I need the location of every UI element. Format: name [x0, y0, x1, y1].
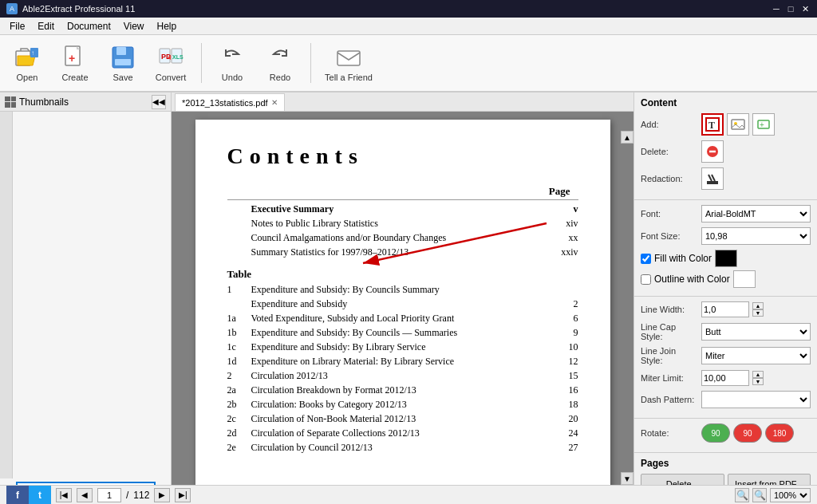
toc-page: 27	[547, 442, 578, 454]
convert-button[interactable]: PDFXLS Convert	[150, 39, 191, 87]
rotate-left-label: 90	[711, 429, 720, 438]
open-button[interactable]: ↑ Open	[6, 39, 48, 87]
outline-color-label: Outline with Color	[654, 274, 730, 285]
redaction-button[interactable]	[701, 167, 724, 190]
fill-color-label: Fill with Color	[654, 253, 712, 264]
title-bar: A Able2Extract Professional 11 ─ □ ✕	[0, 0, 817, 18]
toc-page: 12	[547, 356, 578, 368]
miter-limit-down[interactable]: ▼	[752, 378, 764, 385]
rotate-left-button[interactable]: 90	[701, 423, 730, 443]
tab-bar: *2012_13statistics.pdf ✕	[172, 93, 633, 112]
tell-a-friend-label: Tell a Friend	[325, 73, 373, 82]
toc-page: v	[547, 203, 578, 215]
zoom-out-button[interactable]: 🔍	[735, 488, 749, 502]
pages-section-title: Pages	[641, 458, 811, 469]
thumbnail-1[interactable]: 1	[3, 482, 168, 485]
svg-text:+: +	[760, 120, 764, 129]
font-size-select[interactable]: 10,98	[701, 227, 811, 245]
miter-limit-input[interactable]	[701, 370, 749, 386]
sidebar: Thumbnails ◀◀	[0, 93, 172, 485]
document-page: Contents Page Executive Summary v Notes …	[195, 120, 610, 485]
window-controls[interactable]: ─ □ ✕	[771, 3, 811, 14]
doc-tab-close-button[interactable]: ✕	[271, 98, 278, 107]
next-page-button[interactable]: ▶	[154, 488, 170, 502]
delete-page-button[interactable]: Delete...	[641, 474, 724, 485]
document-tab[interactable]: *2012_13statistics.pdf ✕	[175, 93, 285, 111]
toc-num: 2c	[227, 413, 251, 425]
toc-page: 2	[547, 298, 578, 310]
zoom-select[interactable]: 100% 50% 75% 125% 150% 200%	[770, 488, 811, 502]
toolbar: ↑ Open + Create Save PDFXLS Convert Undo…	[0, 35, 817, 93]
rotate-right-button[interactable]: 90	[733, 423, 762, 443]
toc-row-2d: 2d Circulation of Separate Collections 2…	[227, 427, 578, 439]
line-join-select[interactable]: Miter	[701, 347, 811, 364]
toc-desc: Circulation Breakdown by Format 2012/13	[251, 384, 547, 396]
rotate-right-label: 90	[743, 429, 752, 438]
svg-rect-17	[732, 120, 744, 129]
menu-view[interactable]: View	[117, 19, 151, 33]
scroll-up-button[interactable]: ▲	[621, 131, 633, 144]
prev-page-button[interactable]: ◀	[77, 488, 93, 502]
save-button[interactable]: Save	[102, 39, 144, 87]
close-button[interactable]: ✕	[799, 3, 811, 14]
toc-row-1c: 1c Expenditure and Subsidy: By Library S…	[227, 341, 578, 353]
pages-section: Pages Delete... Insert from PDF... ?	[634, 453, 817, 485]
rotate-180-button[interactable]: 180	[765, 423, 794, 443]
delete-button[interactable]	[701, 140, 724, 163]
toc-row-1b: 1b Expenditure and Subsidy: By Councils …	[227, 327, 578, 339]
outline-color-swatch[interactable]	[733, 270, 756, 288]
menu-document[interactable]: Document	[61, 19, 117, 33]
toc-page: 15	[547, 370, 578, 382]
toc-desc: Executive Summary	[251, 203, 547, 215]
toc-desc: Expenditure and Subsidy: By Councils Sum…	[251, 284, 547, 296]
twitter-button[interactable]: t	[29, 486, 51, 505]
fill-color-checkbox[interactable]	[641, 254, 651, 264]
social-bar: f t	[6, 486, 51, 505]
undo-button[interactable]: Undo	[211, 39, 253, 87]
create-button[interactable]: + Create	[54, 39, 96, 87]
tell-a-friend-button[interactable]: Tell a Friend	[321, 39, 377, 87]
redo-button[interactable]: Redo	[259, 39, 301, 87]
add-text-button[interactable]: T	[701, 113, 724, 136]
minimize-button[interactable]: ─	[771, 3, 782, 14]
toc-row-2a: 2a Circulation Breakdown by Format 2012/…	[227, 384, 578, 396]
fill-color-swatch[interactable]	[715, 250, 737, 267]
toc-header: Page	[227, 185, 578, 200]
rotate-180-label: 180	[773, 429, 787, 438]
add-image-button[interactable]	[727, 113, 749, 136]
font-select[interactable]: Arial-BoldMT	[701, 205, 811, 222]
toc-num: 1d	[227, 356, 251, 368]
zoom-in-button[interactable]: 🔍	[752, 488, 767, 502]
toc-page-header: Page	[549, 185, 570, 198]
toc-page: xxiv	[547, 246, 578, 258]
add-shape-button[interactable]: +	[752, 113, 775, 136]
line-cap-select[interactable]: Butt	[701, 323, 811, 341]
line-width-down[interactable]: ▼	[752, 309, 764, 317]
toc-desc: Expenditure on Library Material: By Libr…	[251, 356, 547, 368]
line-width-up[interactable]: ▲	[752, 302, 764, 309]
first-page-button[interactable]: |◀	[56, 488, 72, 502]
sidebar-collapse-button[interactable]: ◀◀	[152, 95, 166, 109]
menu-file[interactable]: File	[3, 19, 31, 33]
document-scroll-area[interactable]: ▲ ▼ Contents Page	[172, 112, 633, 485]
scroll-down-button[interactable]: ▼	[621, 472, 633, 485]
miter-limit-up[interactable]: ▲	[752, 371, 764, 378]
menu-help[interactable]: Help	[151, 19, 184, 33]
toc-num: 2a	[227, 384, 251, 396]
page-number-input[interactable]	[97, 488, 121, 502]
last-page-button[interactable]: ▶|	[175, 488, 191, 502]
toc-page: 10	[547, 341, 578, 353]
line-width-input[interactable]	[701, 301, 749, 317]
toc-desc: Voted Expenditure, Subsidy and Local Pri…	[251, 313, 547, 325]
menu-edit[interactable]: Edit	[31, 19, 61, 33]
toc-desc: Summary Statistics for 1997/98–2012/13	[251, 246, 547, 258]
maximize-button[interactable]: □	[785, 3, 796, 14]
miter-limit-label: Miter Limit:	[641, 373, 698, 383]
dash-pattern-select[interactable]	[701, 391, 811, 408]
line-join-label: Line Join Style:	[641, 346, 698, 365]
facebook-button[interactable]: f	[6, 486, 29, 505]
insert-page-button[interactable]: Insert from PDF...	[728, 474, 811, 485]
toc-title: Contents	[227, 144, 578, 169]
outline-color-checkbox[interactable]	[641, 274, 651, 285]
toolbar-separator-2	[310, 43, 311, 83]
